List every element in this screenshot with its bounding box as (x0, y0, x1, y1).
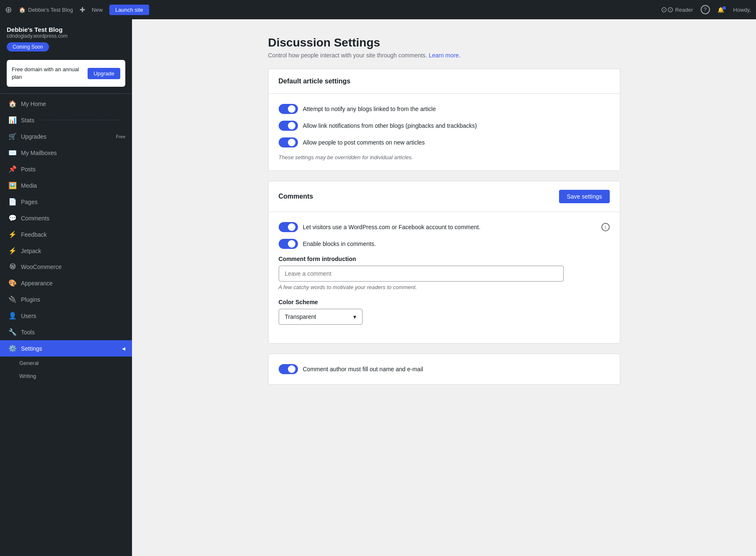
jetpack-icon: ⚡ (8, 247, 17, 255)
sidebar-item-label: My Home (21, 101, 46, 107)
chevron-down-icon: ▾ (353, 313, 356, 320)
sidebar-item-feedback[interactable]: ⚡ Feedback (0, 226, 132, 243)
new-button[interactable]: New (92, 7, 103, 13)
upgrade-text: Free domain with an annual plan (12, 66, 84, 81)
upgrades-icon: 🛒 (8, 132, 17, 140)
sidebar-item-label: My Mailboxes (21, 150, 57, 156)
sidebar-item-label: Media (21, 182, 37, 189)
collapse-icon: ◂ (122, 344, 125, 352)
card-header-comments: Comments Save settings (269, 181, 620, 212)
site-name: Debbie's Test Blog (28, 7, 73, 13)
sidebar-subitem-writing[interactable]: Writing (0, 370, 132, 383)
sidebar-item-plugins[interactable]: 🔌 Plugins (0, 291, 132, 308)
sidebar-item-label: Upgrades (21, 133, 47, 140)
card-body-comments: Let visitors use a WordPress.com or Face… (269, 212, 620, 343)
toggle-allow-pingbacks: Allow link notifications from other blog… (279, 121, 610, 131)
comments-icon: 💬 (8, 214, 17, 222)
mailboxes-icon: ✉️ (8, 149, 17, 157)
sidebar-item-label: Comments (21, 215, 49, 222)
toggle-label: Comment author must fill out name and e-… (303, 366, 423, 372)
launch-site-button[interactable]: Launch site (109, 5, 149, 15)
notifications-icon[interactable]: 🔔 (717, 6, 726, 13)
toggle-label: Allow link notifications from other blog… (303, 122, 477, 129)
learn-more-link[interactable]: Learn more. (429, 52, 460, 59)
toggle-enable-blocks: Enable blocks in comments. (279, 239, 610, 249)
toggle-allow-pingbacks-switch[interactable] (279, 121, 298, 131)
pages-icon: 📄 (8, 198, 17, 206)
form-intro-note: A few catchy words to motivate your read… (279, 284, 610, 290)
color-scheme-group: Color Scheme Transparent ▾ (279, 299, 610, 325)
topbar: ⊕ 🏠 Debbie's Test Blog ✚ New Launch site… (0, 0, 756, 19)
color-scheme-value: Transparent (285, 313, 316, 320)
home-icon: 🏠 (19, 7, 26, 13)
topbar-right: ⊙⊙ Reader ? 🔔 Howdy, (661, 5, 751, 14)
sidebar-item-label: WooCommerce (21, 264, 62, 270)
upgrade-banner: Free domain with an annual plan Upgrade (7, 60, 125, 87)
site-selector[interactable]: 🏠 Debbie's Test Blog (19, 7, 73, 13)
settings-override-note: These settings may be overridden for ind… (279, 154, 610, 160)
users-icon: 👤 (8, 312, 17, 320)
sidebar-site-name: Debbie's Test Blog (7, 26, 125, 33)
sidebar-item-label: Pages (21, 199, 38, 205)
sub-item-label: Writing (19, 373, 36, 379)
toggle-comment-author: Comment author must fill out name and e-… (279, 364, 610, 374)
toggle-notify-blogs: Attempt to notify any blogs linked to fr… (279, 104, 610, 114)
sidebar-item-label: Settings (21, 345, 42, 352)
plugins-icon: 🔌 (8, 295, 17, 303)
help-icon[interactable]: ? (701, 5, 710, 14)
color-scheme-select[interactable]: Transparent ▾ (279, 309, 362, 325)
toggle-allow-comments-switch[interactable] (279, 137, 298, 147)
tools-icon: 🔧 (8, 328, 17, 336)
home-icon: 🏠 (8, 100, 17, 108)
sub-item-label: General (19, 360, 39, 366)
card-body-default: Attempt to notify any blogs linked to fr… (269, 94, 620, 171)
card-title: Default article settings (279, 78, 351, 85)
sidebar-item-posts[interactable]: 📌 Posts (0, 161, 132, 177)
sidebar-subitem-general[interactable]: General (0, 357, 132, 370)
sidebar-domain: cdndoglady.wordpress.com (7, 33, 125, 39)
comments-card: Comments Save settings Let visitors use … (268, 181, 620, 344)
toggle-label: Enable blocks in comments. (303, 241, 376, 247)
toggle-enable-blocks-switch[interactable] (279, 239, 298, 249)
sidebar-item-my-home[interactable]: 🏠 My Home (0, 96, 132, 112)
sidebar-item-label: Feedback (21, 231, 47, 238)
sidebar-item-appearance[interactable]: 🎨 Appearance (0, 275, 132, 291)
sidebar-item-stats[interactable]: 📊 Stats (0, 112, 132, 128)
color-scheme-label: Color Scheme (279, 299, 610, 305)
toggle-notify-blogs-switch[interactable] (279, 104, 298, 114)
toggle-allow-comments: Allow people to post comments on new art… (279, 137, 610, 147)
sidebar-item-jetpack[interactable]: ⚡ Jetpack (0, 243, 132, 259)
upgrades-badge: Free (116, 134, 125, 139)
sidebar-item-my-mailboxes[interactable]: ✉️ My Mailboxes (0, 145, 132, 161)
sidebar-item-label: Posts (21, 166, 36, 173)
sidebar-item-users[interactable]: 👤 Users (0, 308, 132, 324)
sidebar-item-settings[interactable]: ⚙️ Settings ◂ (0, 340, 132, 357)
posts-icon: 📌 (8, 165, 17, 173)
wp-logo-icon[interactable]: ⊕ (5, 5, 12, 15)
reader-link[interactable]: ⊙⊙ Reader (661, 5, 693, 14)
sidebar-item-label: Jetpack (21, 248, 41, 254)
reader-label: Reader (675, 7, 693, 13)
main-content: Discussion Settings Control how people i… (132, 19, 756, 556)
sidebar-divider (0, 93, 132, 94)
sidebar-item-tools[interactable]: 🔧 Tools (0, 324, 132, 340)
toggle-visitor-accounts-switch[interactable] (279, 222, 298, 232)
sidebar-item-media[interactable]: 🖼️ Media (0, 177, 132, 194)
sidebar-item-pages[interactable]: 📄 Pages (0, 194, 132, 210)
sidebar-item-comments[interactable]: 💬 Comments (0, 210, 132, 226)
info-icon[interactable]: i (601, 223, 610, 231)
howdy-label[interactable]: Howdy, (733, 7, 751, 13)
toggle-comment-author-switch[interactable] (279, 364, 298, 374)
main-nav: 🏠 My Home 📊 Stats 🛒 Upgrades Free ✉️ My … (0, 96, 132, 383)
sidebar-item-woocommerce[interactable]: Ⓦ WooCommerce (0, 259, 132, 275)
upgrade-button[interactable]: Upgrade (88, 68, 120, 79)
coming-soon-badge[interactable]: Coming Soon (7, 42, 49, 52)
save-settings-button[interactable]: Save settings (559, 190, 609, 203)
sidebar-item-upgrades[interactable]: 🛒 Upgrades Free (0, 128, 132, 145)
appearance-icon: 🎨 (8, 279, 17, 287)
plus-icon: ✚ (80, 6, 85, 14)
settings-icon: ⚙️ (8, 344, 17, 352)
comment-form-intro-input[interactable] (279, 266, 564, 282)
default-article-settings-card: Default article settings Attempt to noti… (268, 69, 620, 171)
woocommerce-icon: Ⓦ (8, 263, 17, 271)
